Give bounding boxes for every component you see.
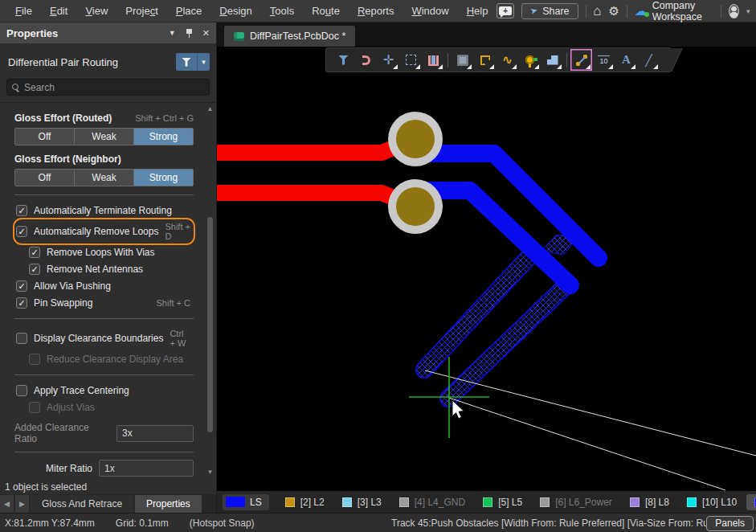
- text-tool-button[interactable]: A: [615, 49, 637, 71]
- blue-trace-top[interactable]: [415, 153, 599, 258]
- search-row: [0, 77, 216, 102]
- text-icon: A: [622, 53, 631, 67]
- checkbox-row-adjust-vias[interactable]: Adjust Vias: [27, 399, 194, 415]
- checkbox[interactable]: [16, 297, 27, 309]
- menu-design[interactable]: Design: [210, 2, 260, 20]
- route-tool-button[interactable]: [474, 49, 496, 71]
- dimension-tool-button[interactable]: 10: [593, 49, 615, 71]
- search-box[interactable]: [6, 79, 210, 96]
- layer-tab-12-l12-bot[interactable]: [12] L12_BOT: [746, 494, 756, 510]
- checkbox[interactable]: [29, 354, 40, 365]
- home-icon[interactable]: ⌂: [593, 3, 601, 19]
- snap-magnet-tool-button[interactable]: [355, 49, 377, 71]
- selected-track-2[interactable]: [448, 287, 565, 399]
- layer-tab-10-l10[interactable]: [10] L10: [679, 494, 745, 510]
- added-clearance-label: Added Clearance Ratio: [14, 422, 110, 444]
- workspace-button[interactable]: ☁ Company Workspace: [635, 0, 714, 23]
- red-trace-top[interactable]: [217, 142, 407, 153]
- layer-set-button[interactable]: LS: [223, 494, 269, 510]
- checkbox[interactable]: [16, 226, 27, 237]
- added-clearance-input[interactable]: [116, 425, 194, 442]
- layer-tab-8-l8[interactable]: [8] L8: [622, 494, 677, 510]
- close-icon[interactable]: ✕: [202, 28, 210, 39]
- selected-track-1[interactable]: [424, 256, 530, 370]
- checkbox[interactable]: [29, 402, 40, 413]
- layer-tab-2-l2[interactable]: [2] L2: [277, 494, 333, 510]
- pad-stack-tool-button[interactable]: [423, 49, 444, 71]
- checkbox[interactable]: [16, 385, 27, 396]
- menu-tools[interactable]: Tools: [261, 2, 303, 20]
- checkbox-row-automatically-terminate-routing[interactable]: Automatically Terminate Routing: [14, 203, 194, 219]
- panels-button[interactable]: Panels: [706, 516, 754, 531]
- layer-tab-6-l6-power[interactable]: [6] L6_Power: [532, 494, 620, 510]
- menu-project[interactable]: Project: [116, 2, 166, 20]
- panel-tab-properties[interactable]: Properties: [135, 495, 202, 513]
- option-weak[interactable]: Weak: [74, 170, 133, 186]
- menu-help[interactable]: Help: [458, 2, 497, 20]
- search-input[interactable]: [24, 82, 204, 93]
- checkbox-row-display-clearance-boundaries[interactable]: Display Clearance BoundariesCtrl + W: [14, 326, 194, 350]
- layer-tab-4-l4-gnd[interactable]: [4] L4_GND: [391, 494, 473, 510]
- option-strong[interactable]: Strong: [133, 129, 193, 145]
- menu-place[interactable]: Place: [167, 2, 211, 20]
- panel-scroll-area: Gloss Effort (Routed) Shift + Ctrl + G O…: [0, 102, 216, 479]
- panel-menu-icon[interactable]: ▼: [169, 29, 176, 37]
- pad-top[interactable]: [388, 112, 443, 166]
- line-tool-button[interactable]: [638, 49, 660, 71]
- layer-tab-3-l3[interactable]: [3] L3: [334, 494, 390, 510]
- add-comment-button[interactable]: +: [497, 3, 514, 18]
- checkbox-row-apply-trace-centering[interactable]: Apply Trace Centering: [14, 383, 194, 399]
- scrollbar-track[interactable]: [205, 114, 215, 468]
- filter-button[interactable]: [176, 53, 197, 71]
- scroll-up-icon[interactable]: ▲: [207, 104, 214, 114]
- component-tool-button[interactable]: [452, 49, 473, 71]
- panel-tab-gloss-and-retrace[interactable]: Gloss And Retrace: [31, 495, 133, 513]
- red-trace-bottom[interactable]: [217, 193, 407, 203]
- avatar[interactable]: [729, 4, 739, 18]
- checkbox-row-automatically-remove-loops[interactable]: Automatically Remove LoopsShift + D: [14, 219, 194, 243]
- checkbox[interactable]: [16, 280, 27, 292]
- polygon-tool-button[interactable]: [541, 49, 563, 71]
- pcb-canvas[interactable]: 10A: [217, 47, 756, 491]
- track-tool-button[interactable]: [570, 49, 592, 71]
- via-tool-button[interactable]: [519, 49, 541, 71]
- checkbox-row-remove-loops-with-vias[interactable]: Remove Loops With Vias: [27, 244, 194, 260]
- checkbox[interactable]: [29, 264, 40, 275]
- document-tab[interactable]: DiffPairTest.PcbDoc *: [224, 26, 355, 47]
- chevron-down-icon[interactable]: ▾: [746, 7, 750, 15]
- checkbox-row-pin-swapping[interactable]: Pin SwappingShift + C: [14, 295, 194, 311]
- checkbox-group-routing: Automatically Terminate RoutingAutomatic…: [14, 203, 194, 311]
- option-weak[interactable]: Weak: [74, 129, 133, 145]
- checkbox-row-remove-net-antennas[interactable]: Remove Net Antennas: [27, 261, 194, 277]
- gear-icon[interactable]: ⚙: [609, 4, 619, 18]
- pad-bottom[interactable]: [388, 179, 443, 234]
- menu-reports[interactable]: Reports: [349, 2, 403, 20]
- layer-tab-5-l5[interactable]: [5] L5: [475, 494, 530, 510]
- filter-tool-button[interactable]: [333, 49, 354, 71]
- menu-route[interactable]: Route: [303, 2, 349, 20]
- move-tool-button[interactable]: [378, 49, 399, 71]
- option-off[interactable]: Off: [15, 129, 74, 145]
- menu-edit[interactable]: Edit: [41, 2, 76, 20]
- checkbox-row-reduce-clearance-display-area[interactable]: Reduce Clearance Display Area: [27, 351, 194, 367]
- menu-view[interactable]: View: [76, 2, 116, 20]
- tune-tool-button[interactable]: [497, 49, 518, 71]
- miter-ratio-input[interactable]: [99, 460, 194, 477]
- checkbox[interactable]: [16, 205, 27, 216]
- option-strong[interactable]: Strong: [133, 170, 193, 186]
- pin-icon[interactable]: [186, 29, 193, 38]
- filter-dropdown-button[interactable]: ▼: [197, 53, 210, 71]
- share-button[interactable]: ➤ Share: [521, 3, 578, 19]
- scrollbar-thumb[interactable]: [207, 217, 213, 432]
- panel-scrollbar[interactable]: ▲ ▼: [205, 104, 215, 477]
- checkbox[interactable]: [16, 333, 27, 344]
- menu-file[interactable]: File: [6, 2, 41, 20]
- checkbox[interactable]: [29, 247, 40, 258]
- tabs-scroll-right-icon[interactable]: ▶: [15, 495, 29, 513]
- tabs-scroll-left-icon[interactable]: ◀: [0, 495, 14, 513]
- scroll-down-icon[interactable]: ▼: [207, 468, 214, 477]
- option-off[interactable]: Off: [15, 170, 74, 186]
- checkbox-row-allow-via-pushing[interactable]: Allow Via Pushing: [14, 278, 194, 294]
- menu-window[interactable]: Window: [403, 2, 457, 20]
- select-area-tool-button[interactable]: [400, 49, 422, 71]
